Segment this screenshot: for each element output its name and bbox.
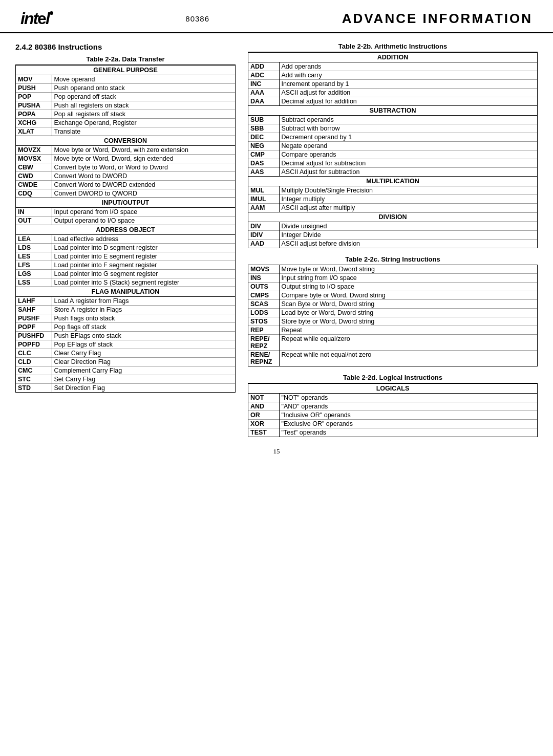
flag-manip-header: FLAG MANIPULATION — [16, 287, 235, 297]
address-object-header: ADDRESS OBJECT — [16, 225, 235, 235]
general-purpose-header: GENERAL PURPOSE — [16, 66, 235, 75]
table-row: AASASCII Adjust for subtraction — [248, 168, 537, 177]
table-row: ADDITION — [248, 53, 537, 62]
table-row: PUSHAPush all registers on stack — [16, 101, 235, 110]
table-row: INInput operand from I/O space — [16, 208, 235, 217]
table-row: REPE/ REPZRepeat while equal/zero — [248, 335, 537, 351]
table-row: CLCClear Carry Flag — [16, 349, 235, 358]
table-row: LEALoad effective address — [16, 235, 235, 244]
table-row: XCHGExchange Operand, Register — [16, 119, 235, 127]
table-row: CWDConvert Word to DWORD — [16, 172, 235, 181]
table-row: SBBSubtract with borrow — [248, 124, 537, 133]
table-row: DECDecrement operand by 1 — [248, 133, 537, 142]
table-row: POPFPop flags off stack — [16, 323, 235, 332]
table-row: LDSLoad pointer into D segment register — [16, 244, 235, 252]
page-number: 15 — [273, 447, 280, 455]
table-row: FLAG MANIPULATION — [16, 287, 235, 297]
table-row: SCASScan Byte or Word, Dword string — [248, 300, 537, 309]
model-number: 80386 — [53, 14, 342, 23]
table-row: GENERAL PURPOSE — [16, 66, 235, 75]
multiplication-header: MULTIPLICATION — [248, 177, 537, 186]
table-row: INSInput string from I/O space — [248, 274, 537, 283]
table-row: CDQConvert DWORD to QWORD — [16, 189, 235, 198]
division-header: DIVISION — [248, 212, 537, 222]
table-row: CBWConvert byte to Word, or Word to Dwor… — [16, 163, 235, 172]
page-header: intel 80386 ADVANCE INFORMATION — [0, 0, 553, 33]
table-row: NEGNegate operand — [248, 142, 537, 150]
table-2c: MOVSMove byte or Word, Dword string INSI… — [248, 265, 538, 366]
table-row: STDSet Direction Flag — [16, 384, 235, 393]
table-row: LAHFLoad A register from Flags — [16, 297, 235, 306]
table-row: DAADecimal adjust for addition — [248, 97, 537, 106]
table-row: PUSHFPush flags onto stack — [16, 314, 235, 323]
table-2a-title: Table 2-2a. Data Transfer — [15, 55, 236, 63]
table-row: DIVDivide unsigned — [248, 222, 537, 231]
section-title: 2.4.2 80386 Instructions — [15, 42, 236, 51]
addition-header: ADDITION — [248, 53, 537, 62]
table-row: CMCComplement Carry Flag — [16, 366, 235, 375]
page-footer: 15 — [0, 437, 553, 466]
table-row: AAAASCII adjust for addition — [248, 89, 537, 97]
left-column: 2.4.2 80386 Instructions Table 2-2a. Dat… — [15, 42, 236, 437]
table-row: RENE/ REPNZRepeat while not equal/not ze… — [248, 351, 537, 366]
table-row: LSSLoad pointer into S (Stack) segment r… — [16, 278, 235, 287]
logicals-header: LOGICALS — [248, 384, 537, 394]
table-row: NOT"NOT" operands — [248, 394, 537, 402]
table-row: XOR"Exclusive OR" operands — [248, 420, 537, 428]
table-row: POPAPop all registers off stack — [16, 110, 235, 119]
table-row: STOSStore byte or Word, Dword string — [248, 317, 537, 326]
conversion-header: CONVERSION — [16, 136, 235, 146]
table-row: MOVSXMove byte or Word, Dword, sign exte… — [16, 155, 235, 163]
table-row: MULMultiply Double/Single Precision — [248, 186, 537, 195]
table-row: ADCAdd with carry — [248, 71, 537, 80]
table-row: STCSet Carry Flag — [16, 375, 235, 384]
table-row: REPRepeat — [248, 326, 537, 335]
table-row: INCIncrement operand by 1 — [248, 80, 537, 89]
right-column: Table 2-2b. Arithmetic Instructions ADDI… — [248, 42, 538, 437]
table-row: CWDEConvert Word to DWORD extended — [16, 181, 235, 189]
table-row: DIVISION — [248, 212, 537, 222]
advance-information-title: ADVANCE INFORMATION — [342, 11, 533, 27]
table-row: MOVZXMove byte or Word, Dword, with zero… — [16, 146, 235, 155]
table-row: LOGICALS — [248, 384, 537, 394]
main-content: 2.4.2 80386 Instructions Table 2-2a. Dat… — [0, 42, 553, 437]
io-header: INPUT/OUTPUT — [16, 198, 235, 208]
table-row: SUBTRACTION — [248, 106, 537, 116]
table-row: LODSLoad byte or Word, Dword string — [248, 309, 537, 317]
table-2a: GENERAL PURPOSE MOVMove operand PUSHPush… — [15, 64, 236, 393]
table-row: LFSLoad pointer into F segment register — [16, 261, 235, 270]
table-row: PUSHPush operand onto stack — [16, 84, 235, 93]
table-row: INPUT/OUTPUT — [16, 198, 235, 208]
table-row: POPFDPop EFlags off stack — [16, 340, 235, 349]
subtraction-header: SUBTRACTION — [248, 106, 537, 116]
table-row: CMPSCompare byte or Word, Dword string — [248, 291, 537, 300]
table-row: LGSLoad pointer into G segment register — [16, 270, 235, 278]
table-2d: LOGICALS NOT"NOT" operands AND"AND" oper… — [248, 383, 538, 437]
table-row: XLATTranslate — [16, 127, 235, 136]
table-row: POPPop operand off stack — [16, 93, 235, 101]
table-row: CLDClear Direction Flag — [16, 358, 235, 366]
table-2b-title: Table 2-2b. Arithmetic Instructions — [248, 42, 538, 50]
table-2b: ADDITION ADDAdd operands ADCAdd with car… — [248, 52, 538, 248]
table-row: TEST"Test" operands — [248, 428, 537, 437]
table-row: ADDRESS OBJECT — [16, 225, 235, 235]
table-row: MOVSMove byte or Word, Dword string — [248, 265, 537, 274]
table-row: OR"Inclusive OR" operands — [248, 411, 537, 420]
table-row: DASDecimal adjust for subtraction — [248, 159, 537, 168]
table-row: OUTSOutput string to I/O space — [248, 283, 537, 291]
table-row: ADDAdd operands — [248, 62, 537, 71]
table-row: IDIVInteger Divide — [248, 231, 537, 240]
table-row: PUSHFDPush EFlags onto stack — [16, 332, 235, 340]
table-row: MOVMove operand — [16, 75, 235, 84]
table-row: AADASCII adjust before division — [248, 240, 537, 248]
table-row: LESLoad pointer into E segment register — [16, 252, 235, 261]
table-row: AND"AND" operands — [248, 402, 537, 411]
table-2d-title: Table 2-2d. Logical Instructions — [248, 374, 538, 381]
table-row: IMULInteger multiply — [248, 195, 537, 204]
table-2c-title: Table 2-2c. String Instructions — [248, 255, 538, 263]
table-row: CMPCompare operands — [248, 150, 537, 159]
table-row: CONVERSION — [16, 136, 235, 146]
table-row: SUBSubtract operands — [248, 116, 537, 124]
table-row: OUTOutput operand to I/O space — [16, 217, 235, 225]
table-row: SAHFStore A register in Flags — [16, 306, 235, 314]
